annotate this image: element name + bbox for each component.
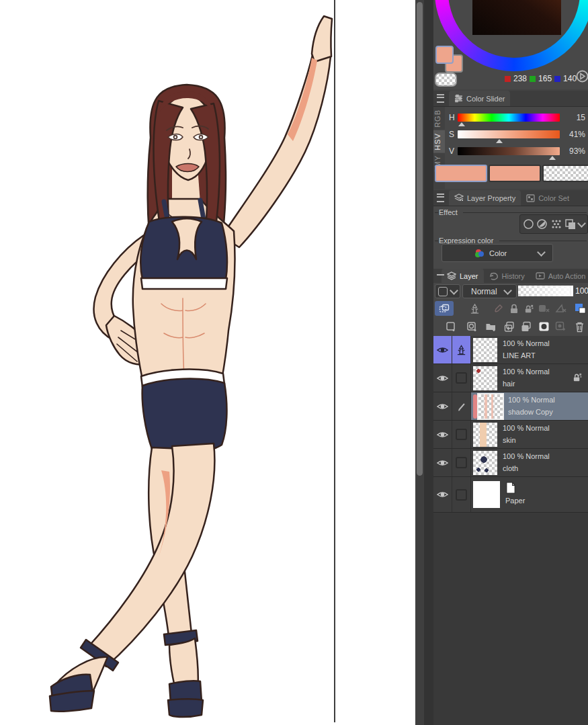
layer-visibility-toggle[interactable] [433, 421, 452, 448]
scrollbar-thumb[interactable] [417, 2, 423, 476]
layer-badge-cell[interactable] [452, 421, 471, 448]
canvas-vertical-scrollbar[interactable] [415, 0, 424, 725]
eye-icon [437, 402, 448, 411]
tab-layer[interactable]: Layer [442, 269, 484, 283]
slider-track-s[interactable] [458, 130, 560, 138]
slider-value: 15 [562, 113, 585, 122]
transfer-to-lower-layer-icon[interactable] [501, 321, 518, 333]
tab-color-set[interactable]: Color Set [521, 190, 575, 206]
palette-menu-icon[interactable] [437, 194, 444, 202]
swatch-main-selected[interactable] [435, 165, 487, 182]
tab-color-slider[interactable]: Color Slider [449, 91, 510, 106]
set-as-draft-icon[interactable] [466, 304, 483, 314]
layer-visibility-toggle[interactable] [433, 336, 452, 364]
layer-color-effect-icon[interactable] [564, 218, 577, 230]
blue-chip-icon [554, 76, 560, 82]
blend-mode-dropdown[interactable]: Normal [462, 284, 517, 298]
layer-thumbnail[interactable] [473, 481, 500, 508]
layer-row-skin[interactable]: 100 % Normalskin [433, 421, 588, 449]
opacity-slider[interactable] [518, 286, 573, 296]
layer-row-shadow-copy[interactable]: 100 % Normalshadow Copy [433, 392, 588, 421]
layer-palette-color-bar [473, 394, 477, 419]
eye-icon [437, 431, 448, 439]
new-layer-dialog-icon[interactable] [464, 321, 481, 333]
layer-controls: Normal 100 [433, 283, 588, 300]
slider-row-v: V93%3 [445, 144, 588, 161]
slider-row-s: S41%3 [445, 128, 588, 144]
new-raster-layer-icon[interactable] [443, 321, 460, 333]
layer-property-icon [454, 194, 464, 202]
delete-layer-icon[interactable] [572, 321, 588, 333]
eye-icon [437, 374, 448, 382]
character-illustration [0, 0, 415, 725]
layer-thumbnail[interactable] [473, 366, 497, 390]
swatch-transparent[interactable] [542, 165, 588, 182]
tab-label: History [502, 272, 525, 280]
layer-visibility-toggle[interactable] [433, 392, 452, 420]
layer-command-toolbar [433, 317, 588, 336]
slider-track-v[interactable] [458, 147, 560, 155]
transparent-color-swatch[interactable] [435, 73, 457, 87]
document-canvas[interactable] [0, 0, 415, 725]
layer-badge-cell[interactable] [452, 392, 471, 420]
layer-badge-cell[interactable] [452, 336, 471, 364]
color-slider-panel: Color Slider RGB HSV CMY H153S41%3V93%3 [433, 91, 588, 189]
layer-color-icon[interactable] [573, 303, 588, 314]
enable-mask-disabled-icon[interactable] [536, 304, 552, 313]
layer-row-hair[interactable]: 100 % Normalhair [433, 364, 588, 392]
layer-row-line-art[interactable]: 100 % NormalLINE ART [433, 336, 588, 364]
checkbox-icon [456, 372, 467, 384]
saturation-value-box[interactable] [472, 0, 561, 35]
layer-thumbnail[interactable] [473, 338, 497, 362]
new-folder-icon[interactable] [482, 321, 500, 332]
layer-badge-cell[interactable] [452, 364, 471, 392]
border-effect-icon[interactable] [523, 218, 534, 230]
lock-transparent-pixels-icon[interactable] [521, 304, 536, 314]
create-layer-mask-icon[interactable] [536, 321, 552, 332]
layer-row-cloth[interactable]: 100 % Normalcloth [433, 449, 588, 477]
tab-label: Auto Action [548, 272, 586, 280]
slider-label: S [449, 130, 454, 139]
tab-hsv[interactable]: HSV [433, 130, 445, 153]
eyedropper-locked-icon[interactable] [491, 304, 506, 313]
slider-track-h[interactable] [458, 114, 560, 122]
lock-layer-icon[interactable] [506, 304, 521, 314]
halftone-dots-icon[interactable] [550, 218, 562, 230]
tab-rgb[interactable]: RGB [433, 107, 445, 130]
merge-with-lower-layer-icon[interactable] [518, 321, 535, 333]
tab-layer-property[interactable]: Layer Property [449, 190, 521, 206]
draft-icon [456, 345, 466, 355]
palette-color-dropdown[interactable] [435, 284, 460, 298]
tab-history[interactable]: History [484, 269, 530, 283]
chevron-down-icon[interactable] [577, 219, 586, 228]
layer-visibility-toggle[interactable] [433, 364, 452, 392]
layer-visibility-toggle[interactable] [433, 449, 452, 476]
layer-visibility-toggle[interactable] [433, 477, 452, 512]
workspace-gutter [424, 0, 433, 725]
tone-effect-icon[interactable] [536, 218, 548, 230]
slider-handle[interactable] [549, 156, 556, 160]
opacity-slider-handle[interactable] [570, 286, 571, 296]
main-color-swatch[interactable] [435, 46, 454, 64]
layer-text: 100 % NormalLINE ART [503, 338, 550, 361]
clip-at-layer-below-icon[interactable] [435, 301, 454, 316]
palette-menu-icon[interactable] [437, 94, 444, 103]
slider-handle[interactable] [496, 139, 503, 143]
expression-color-value: Color [489, 249, 507, 257]
quick-swatches [433, 165, 588, 182]
layer-opacity-line: 100 % Normal [503, 366, 550, 378]
swatch-sub[interactable] [489, 165, 541, 182]
expression-color-dropdown[interactable]: Color [442, 244, 553, 262]
show-ruler-disabled-icon[interactable] [552, 304, 569, 313]
layer-row-paper[interactable]: Paper [433, 477, 588, 513]
layer-thumbnail[interactable] [478, 394, 503, 419]
layer-thumbnail[interactable] [473, 423, 497, 447]
tab-auto-action[interactable]: Auto Action [530, 269, 588, 283]
slider-handle[interactable] [458, 122, 465, 126]
apply-mask-disabled-icon[interactable] [552, 321, 569, 332]
switch-color-icon[interactable] [576, 70, 588, 83]
layer-thumbnail[interactable] [473, 451, 497, 475]
color-wheel-panel: 238 165 140 [433, 0, 588, 89]
layer-badge-cell[interactable] [452, 449, 471, 476]
layer-badge-cell[interactable] [452, 477, 471, 512]
